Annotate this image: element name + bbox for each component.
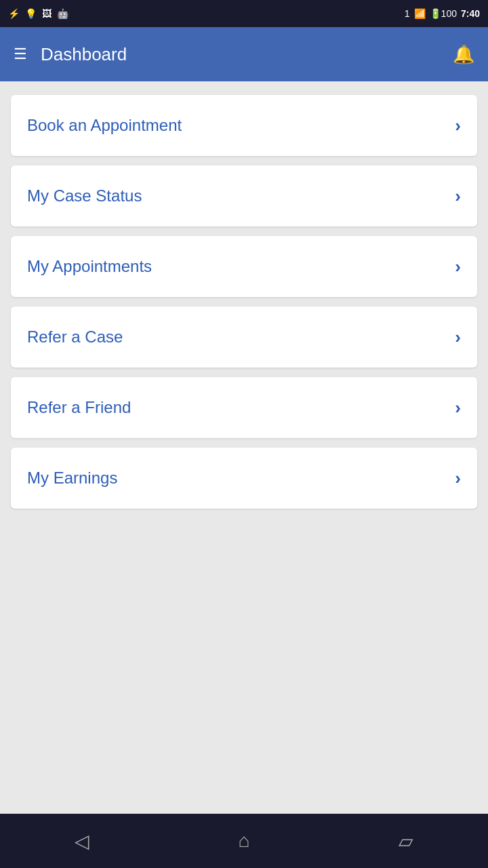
menu-item-book-appointment[interactable]: Book an Appointment › bbox=[11, 95, 477, 156]
status-bar-left: ⚡ 💡 🖼 🤖 bbox=[8, 8, 68, 19]
menu-label-refer-case: Refer a Case bbox=[27, 328, 123, 347]
menu-item-refer-case[interactable]: Refer a Case › bbox=[11, 307, 477, 368]
image-icon: 🖼 bbox=[42, 8, 52, 19]
main-content: Book an Appointment › My Case Status › M… bbox=[0, 81, 488, 814]
status-time: 7:40 bbox=[461, 8, 480, 19]
back-nav-icon[interactable]: ◁ bbox=[75, 830, 89, 852]
chevron-icon-appointments: › bbox=[455, 256, 461, 277]
menu-label-earnings: My Earnings bbox=[27, 469, 117, 488]
menu-item-earnings[interactable]: My Earnings › bbox=[11, 448, 477, 509]
recent-nav-icon[interactable]: ▱ bbox=[399, 830, 413, 852]
notification-icon[interactable]: 🔔 bbox=[453, 44, 474, 65]
chevron-icon-refer-case: › bbox=[455, 327, 461, 348]
menu-item-case-status[interactable]: My Case Status › bbox=[11, 165, 477, 226]
home-nav-icon[interactable]: ⌂ bbox=[239, 830, 250, 852]
usb-icon: ⚡ bbox=[8, 8, 20, 19]
menu-label-appointments: My Appointments bbox=[27, 257, 152, 276]
status-bar-right: 1 📶 🔋100 7:40 bbox=[405, 8, 480, 19]
menu-item-appointments[interactable]: My Appointments › bbox=[11, 236, 477, 297]
status-bar: ⚡ 💡 🖼 🤖 1 📶 🔋100 7:40 bbox=[0, 0, 488, 27]
app-bar-title: Dashboard bbox=[41, 44, 127, 65]
chevron-icon-refer-friend: › bbox=[455, 397, 461, 418]
app-bar-left: ☰ Dashboard bbox=[14, 44, 127, 65]
chevron-icon-case-status: › bbox=[455, 186, 461, 207]
menu-label-case-status: My Case Status bbox=[27, 186, 142, 205]
battery-icon: 🔋100 bbox=[430, 8, 457, 19]
chevron-icon-earnings: › bbox=[455, 468, 461, 489]
menu-label-refer-friend: Refer a Friend bbox=[27, 398, 131, 417]
menu-label-book-appointment: Book an Appointment bbox=[27, 116, 182, 135]
menu-item-refer-friend[interactable]: Refer a Friend › bbox=[11, 377, 477, 438]
chevron-icon-book-appointment: › bbox=[455, 115, 461, 136]
signal-icon: 📶 bbox=[414, 8, 426, 19]
app-bar: ☰ Dashboard 🔔 bbox=[0, 27, 488, 81]
bulb-icon: 💡 bbox=[25, 8, 37, 19]
bottom-nav: ◁ ⌂ ▱ bbox=[0, 814, 488, 868]
hamburger-icon[interactable]: ☰ bbox=[14, 45, 27, 63]
sim-icon: 1 bbox=[405, 8, 410, 19]
android-icon: 🤖 bbox=[57, 8, 68, 19]
